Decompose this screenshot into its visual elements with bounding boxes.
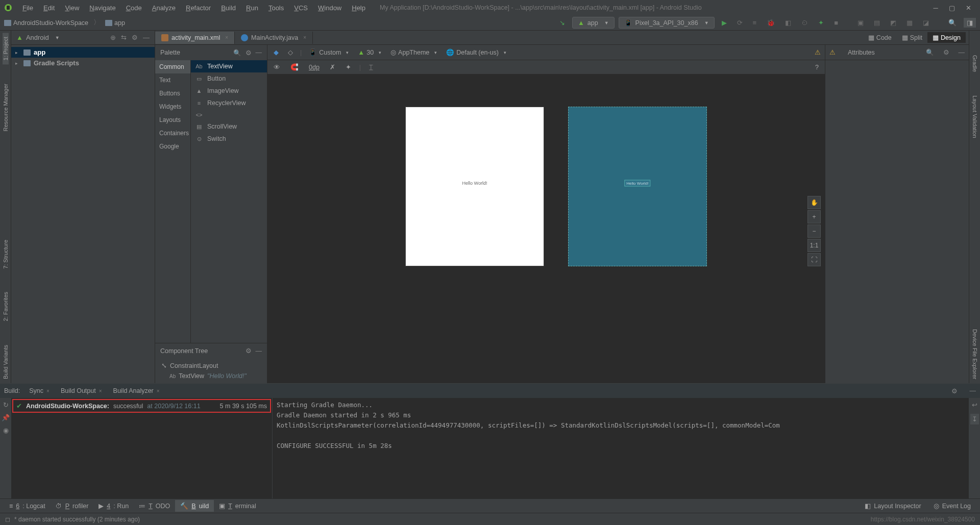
menu-file[interactable]: File [17,4,38,12]
zoom-in-button[interactable]: + [807,210,821,223]
project-tree[interactable]: ▸app▸Gradle Scripts [11,45,155,70]
preview-textview[interactable]: Hello World! [462,181,487,186]
view-options-icon[interactable]: 👁 [272,64,282,71]
clear-constraints-icon[interactable]: ✗ [328,63,337,71]
warnings-icon[interactable]: ⚠ [829,48,836,56]
palette-item-switch[interactable]: ⊙Switch [191,133,267,145]
menu-build[interactable]: Build [216,4,241,12]
gradle-tab[interactable]: Gradle [972,51,978,76]
component-tree[interactable]: ⤡ ConstraintLayout Ab TextView "Hello Wo… [155,358,267,383]
connection-assistant-icon[interactable]: ◪ [920,18,932,28]
hide-icon[interactable]: — [256,49,262,56]
maximize-button[interactable]: ▢ [948,4,955,11]
device-manager-icon[interactable]: ▦ [903,18,916,28]
palette-cat-text[interactable]: Text [155,73,190,87]
palette-cat-widgets[interactable]: Widgets [155,100,190,113]
menu-vcs[interactable]: VCS [289,4,313,12]
search-icon[interactable]: 🔍 [233,49,241,57]
layout-validation-tab[interactable]: Layout Validation [972,91,978,142]
build-status-row[interactable]: ✔ AndroidStudio-WorkSpace: successful at… [12,399,271,413]
build-output-console[interactable]: Starting Gradle Daemon... Gradle Daemon … [273,398,969,498]
infer-constraints-icon[interactable]: ✦ [344,63,353,71]
search-icon[interactable]: 🔍 [926,48,934,56]
bottom-tab-todo[interactable]: ≔TODO [134,500,175,512]
warnings-icon[interactable]: ⚠ [815,48,821,56]
avd-manager-icon[interactable]: ▣ [854,18,867,28]
help-icon[interactable]: ? [813,64,821,71]
bottom-tab-6-logcat[interactable]: ≡6: Logcat [4,500,51,512]
menu-analyze[interactable]: Analyze [147,4,181,12]
design-preview[interactable]: Hello World! [405,107,544,266]
apply-changes-icon[interactable]: ⟳ [734,18,746,28]
blueprint-preview[interactable]: Hello World! [568,107,707,266]
close-icon[interactable]: × [303,35,306,40]
collapse-icon[interactable]: ⇆ [121,34,127,41]
settings-icon[interactable]: ⚙ [943,48,949,56]
orientation-selector[interactable]: 📱 Custom▾ [307,48,351,56]
view-mode-code[interactable]: ▦ Code [863,32,897,43]
api-selector[interactable]: ▲ 30▾ [356,48,383,56]
surface-blueprint-icon[interactable]: ◇ [286,48,295,56]
autoconnect-icon[interactable]: 🧲 [288,63,301,71]
palette-cat-layouts[interactable]: Layouts [155,113,190,127]
surface-design-icon[interactable]: ◆ [272,48,281,56]
theme-selector[interactable]: ◎ AppTheme▾ [388,48,439,56]
settings-icon[interactable]: ⚙ [246,347,252,355]
view-mode-design[interactable]: ▦ Design [927,32,966,43]
sdk-manager-icon[interactable]: ▤ [871,18,883,28]
palette-item-textview[interactable]: AbTextView [191,60,267,72]
favorites-tab[interactable]: 2: Favorites [3,288,9,325]
soft-wrap-icon[interactable]: ↩ [972,401,977,409]
editor-tab-activity_main-xml[interactable]: activity_main.xml× [155,32,235,44]
bottom-tab-4-run[interactable]: ▶4: Run [93,500,134,512]
filter-icon[interactable]: ◉ [3,427,9,434]
component-root[interactable]: ⤡ ConstraintLayout [157,360,265,371]
locale-selector[interactable]: 🌐 Default (en-us)▾ [444,48,508,56]
editor-tab-MainActivity-java[interactable]: MainActivity.java× [235,32,313,44]
locate-icon[interactable]: ⊕ [110,34,116,41]
hide-icon[interactable]: — [143,34,150,41]
breadcrumb[interactable]: AndroidStudio-WorkSpace 〉 app [4,18,125,27]
bottom-tab-layout-inspector[interactable]: ◧Layout Inspector [860,500,926,512]
menu-refactor[interactable]: Refactor [181,4,216,12]
palette-item-button[interactable]: ▭Button [191,72,267,85]
menu-edit[interactable]: Edit [38,4,60,12]
build-variants-tab[interactable]: Build Variants [3,341,9,383]
close-icon[interactable]: × [225,35,228,40]
default-margin[interactable]: 0dp [307,64,322,71]
menu-code[interactable]: Code [121,4,147,12]
debug-target-icon[interactable]: ≡ [750,18,760,28]
menu-tools[interactable]: Tools [263,4,289,12]
hide-icon[interactable]: — [970,387,976,394]
palette-cat-common[interactable]: Common [155,60,190,73]
zoom-out-button[interactable]: − [807,224,821,238]
profiler-button[interactable]: ⏲ [798,18,811,28]
zoom-fit-button[interactable]: ⛶ [807,253,821,266]
build-tab-sync[interactable]: Sync× [27,385,52,396]
minimize-button[interactable]: ─ [932,4,939,11]
resource-manager-tab[interactable]: Resource Manager [3,80,9,136]
ide-settings-icon[interactable]: ◨ [964,18,976,28]
hide-icon[interactable]: — [959,49,965,56]
build-tab-output[interactable]: Build Output× [59,385,104,396]
palette-item-scrollview[interactable]: ▤ScrollView [191,120,267,133]
status-icon[interactable]: ◻ [5,516,10,523]
blueprint-textview[interactable]: Hello World! [624,180,650,187]
palette-item-imageview[interactable]: ▲ImageView [191,85,267,97]
build-tree[interactable]: ✔ AndroidStudio-WorkSpace: successful at… [11,398,273,498]
stop-button[interactable]: ■ [831,18,841,28]
restart-icon[interactable]: ↻ [3,401,9,409]
pin-icon[interactable]: 📌 [2,414,10,421]
palette-cat-google[interactable]: Google [155,140,190,153]
palette-cat-buttons[interactable]: Buttons [155,87,190,100]
settings-icon[interactable]: ⚙ [951,387,958,395]
project-view-selector[interactable]: Android [26,34,49,41]
device-file-explorer-tab[interactable]: Device File Explorer [972,325,978,383]
tree-node-app[interactable]: ▸app [11,47,155,58]
zoom-reset-button[interactable]: 1:1 [807,239,821,252]
bottom-tab-terminal[interactable]: ▣Terminal [214,500,261,512]
project-tool-tab[interactable]: 1: Project [3,33,9,64]
canvas-surface[interactable]: Hello World! Hello World! ✋ + − 1:1 ⛶ [267,74,825,383]
debug-button[interactable]: 🐞 [764,18,778,28]
menu-window[interactable]: Window [313,4,347,12]
